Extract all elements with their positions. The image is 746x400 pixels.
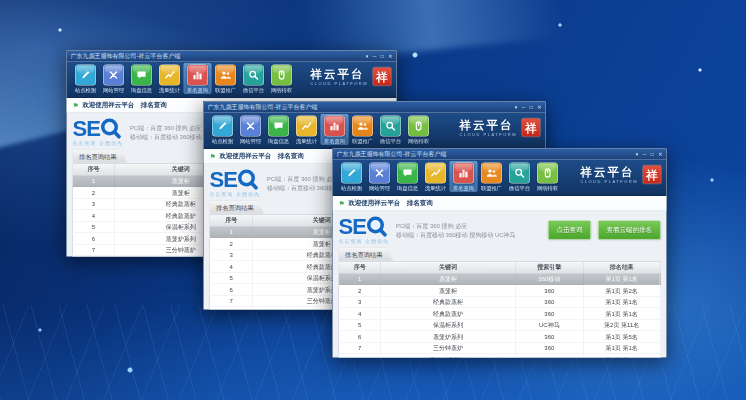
inquiry-icon	[397, 163, 418, 184]
minimize-icon[interactable]: ─	[522, 105, 526, 110]
cell-index: 4	[339, 308, 381, 320]
cell-index: 6	[210, 284, 253, 296]
tab-ranking-results[interactable]: 排名查询结果	[210, 201, 265, 215]
seo-letters: SE	[73, 117, 100, 139]
maximize-icon[interactable]: □	[381, 54, 384, 59]
toolbar-item-site-check[interactable]: 站点检测	[209, 114, 237, 145]
window-titlebar[interactable]: 广东九鼎王服饰有限公司-祥云平台客户端 ▾ ─ □ ✕	[333, 149, 667, 160]
table-row[interactable]: 6 蒸笼炉系列 360 第1页 第5名	[339, 331, 661, 343]
toolbar-item-privilege[interactable]: 网络特权	[405, 114, 433, 145]
engine-list: PC端：百度 360 搜狗 必应 移动端：百度移动 360移动 搜狗移动 UC神…	[396, 221, 516, 239]
cell-keyword: 蒸笼柜	[381, 273, 516, 285]
toolbar-item-label: 微信平台	[506, 185, 534, 192]
cell-engine: 360	[516, 285, 584, 297]
maximize-icon[interactable]: □	[651, 152, 654, 157]
table-row[interactable]: 8 三分钟蒸笼炉 360 第1页 第2名	[339, 354, 661, 358]
toolbar-item-label: 排名查询	[450, 185, 478, 192]
table-row[interactable]: 3 经典款蒸柜 360 第1页 第1名	[339, 296, 661, 308]
toolbar-item-wechat-platform[interactable]: 微信平台	[240, 63, 268, 94]
magnifier-icon	[365, 215, 388, 239]
window-titlebar[interactable]: 广东九鼎王服饰有限公司-祥云平台客户端 ▾ ─ □ ✕	[67, 51, 397, 62]
toolbar-item-traffic[interactable]: 流量统计	[156, 63, 184, 94]
site-manage-icon	[240, 116, 261, 137]
cell-keyword: 保温柜系列	[381, 319, 516, 331]
toolbar-item-promotion[interactable]: 联盟推广	[349, 114, 377, 145]
table-row[interactable]: 7 三分钟蒸炉 360 第1页 第1名	[339, 342, 661, 354]
cell-engine: 360	[516, 354, 584, 358]
skin-menu-icon[interactable]: ▾	[366, 54, 369, 59]
magnifier-icon	[236, 168, 259, 192]
toolbar-item-promotion[interactable]: 联盟推广	[478, 161, 506, 192]
close-icon[interactable]: ✕	[658, 152, 662, 157]
window-titlebar[interactable]: 广东九鼎王服饰有限公司-祥云平台客户端 ▾ ─ □ ✕	[204, 102, 546, 113]
window-title: 广东九鼎王服饰有限公司-祥云平台客户端	[71, 52, 181, 61]
privilege-icon	[537, 163, 558, 184]
toolbar-item-traffic[interactable]: 流量统计	[422, 161, 450, 192]
content-area: SE 点击查询 全面领先 PC端：百度 360 搜狗 必应 移动端：百度移动 3…	[333, 211, 667, 358]
seo-logo-text: SE	[210, 168, 260, 192]
toolbar-item-wechat-platform[interactable]: 微信平台	[506, 161, 534, 192]
brand-subtitle: CLOUD PLATFORM	[580, 179, 638, 184]
cell-index: 2	[210, 238, 253, 250]
brand: 祥云平台 CLOUD PLATFORM 祥	[310, 63, 391, 86]
brand-seal: 祥	[643, 165, 662, 184]
seo-logo: SE 点击查询 全面领先	[339, 215, 389, 245]
toolbar-item-inquiry[interactable]: 询盘信息	[265, 114, 293, 145]
minimize-icon[interactable]: ─	[373, 54, 377, 59]
table-row[interactable]: 5 保温柜系列 UC神马 第2页 第11名	[339, 319, 661, 331]
close-icon[interactable]: ✕	[388, 54, 392, 59]
seo-logo-text: SE	[73, 117, 123, 141]
cell-index: 8	[210, 307, 253, 310]
window-title: 广东九鼎王服饰有限公司-祥云平台客户端	[208, 103, 318, 112]
app-window: 广东九鼎王服饰有限公司-祥云平台客户端 ▾ ─ □ ✕ 站点检测 网站管理 询盘…	[332, 148, 667, 358]
privilege-icon	[271, 65, 292, 86]
window-controls: ▾ ─ □ ✕	[636, 152, 663, 157]
brand-text: 祥云平台 CLOUD PLATFORM	[459, 119, 517, 137]
brand: 祥云平台 CLOUD PLATFORM 祥	[580, 161, 661, 184]
skin-menu-icon[interactable]: ▾	[636, 152, 639, 157]
table-row[interactable]: 4 经典款蒸炉 360 第1页 第1名	[339, 308, 661, 320]
toolbar-item-site-check[interactable]: 站点检测	[72, 63, 100, 94]
table-row[interactable]: 2 蒸笼柜 360 第1页 第2名	[339, 285, 661, 297]
query-button[interactable]: 点击查询	[548, 221, 591, 240]
toolbar-item-inquiry[interactable]: 询盘信息	[394, 161, 422, 192]
toolbar-item-privilege[interactable]: 网络特权	[534, 161, 562, 192]
toolbar-item-site-manage[interactable]: 网站管理	[237, 114, 265, 145]
table-row[interactable]: 1 蒸笼柜 360移动 第1页 第1名	[339, 273, 661, 285]
toolbar-item-site-manage[interactable]: 网站管理	[100, 63, 128, 94]
close-icon[interactable]: ✕	[537, 105, 541, 110]
welcome-text: 欢迎使用祥云平台	[348, 199, 400, 208]
maximize-icon[interactable]: □	[530, 105, 533, 110]
cell-keyword: 三分钟蒸炉	[381, 342, 516, 354]
toolbar-item-promotion[interactable]: 联盟推广	[212, 63, 240, 94]
section-title: 排名查询	[278, 152, 304, 161]
cell-index: 2	[339, 285, 381, 297]
toolbar-item-inquiry[interactable]: 询盘信息	[128, 63, 156, 94]
cloud-rank-button[interactable]: 查看云端的排名	[598, 221, 661, 240]
inquiry-icon	[131, 65, 152, 86]
toolbar-item-site-manage[interactable]: 网站管理	[366, 161, 394, 192]
toolbar-item-site-check[interactable]: 站点检测	[338, 161, 366, 192]
seo-logo: SE 点击查询 全面领先	[210, 168, 260, 198]
minimize-icon[interactable]: ─	[643, 152, 647, 157]
welcome-text: 欢迎使用祥云平台	[219, 152, 271, 161]
cell-result: 第1页 第1名	[583, 273, 660, 285]
toolbar-item-label: 站点检测	[72, 87, 100, 94]
action-buttons: 点击查询 查看云端的排名	[548, 221, 661, 240]
toolbar-item-traffic[interactable]: 流量统计	[293, 114, 321, 145]
seo-logo: SE 点击查询 全面领先	[73, 117, 123, 147]
toolbar-item-ranking[interactable]: 排名查询	[184, 63, 212, 94]
ranking-table: 序号 关键词 搜索引擎 排名结果 1 蒸笼柜 360移动 第1页 第1名 2 蒸…	[339, 261, 661, 358]
ranking-query-icon	[324, 116, 345, 137]
toolbar-item-wechat-platform[interactable]: 微信平台	[377, 114, 405, 145]
tab-ranking-results[interactable]: 排名查询结果	[339, 248, 394, 262]
toolbar-item-ranking[interactable]: 排名查询	[321, 114, 349, 145]
tab-ranking-results[interactable]: 排名查询结果	[73, 150, 128, 164]
toolbar-item-privilege[interactable]: 网络特权	[268, 63, 296, 94]
toolbar-item-ranking[interactable]: 排名查询	[450, 161, 478, 192]
skin-menu-icon[interactable]: ▾	[515, 105, 518, 110]
toolbar-item-label: 询盘信息	[265, 138, 293, 145]
cell-keyword: 蒸笼柜	[381, 285, 516, 297]
inquiry-icon	[268, 116, 289, 137]
traffic-stats-icon	[159, 65, 180, 86]
